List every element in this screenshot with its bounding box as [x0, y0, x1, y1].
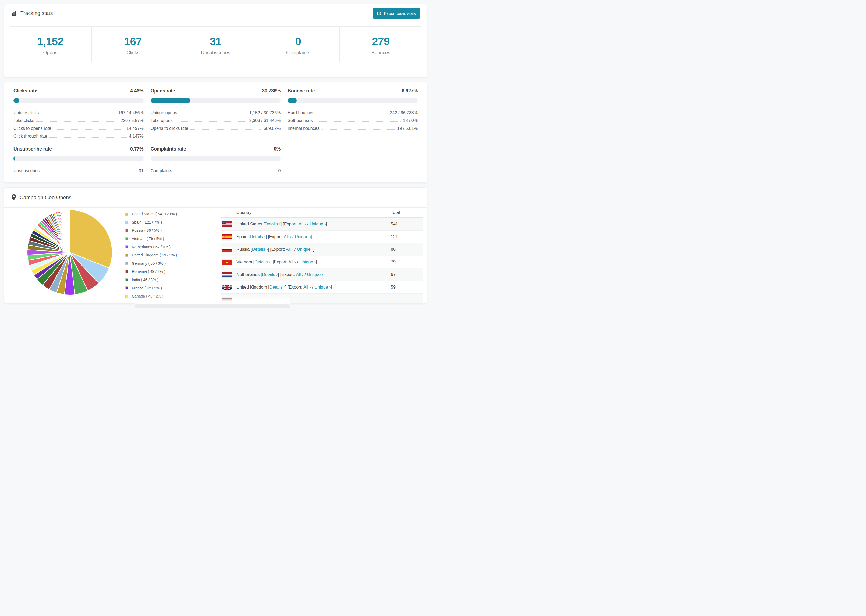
- legend-item: Canada ( 40 / 2% ): [125, 292, 177, 300]
- export-all-link[interactable]: All ›: [299, 222, 306, 226]
- rate-row: Hard bounces242 / 86.738%: [288, 107, 418, 115]
- dotted-leader: [54, 129, 124, 130]
- legend-item: Italy ( 36 / 2% ): [125, 300, 177, 303]
- pie-svg: [26, 209, 113, 295]
- legend-item: United Kingdom ( 59 / 3% ): [125, 251, 177, 259]
- geo-legend: United States ( 541 / 31% )Spain ( 121 /…: [125, 210, 177, 303]
- rate-title: Unsubscribe rate: [13, 146, 52, 152]
- rate-title: Bounce rate: [288, 88, 315, 94]
- export-all-link[interactable]: All ›: [286, 247, 293, 251]
- dotted-leader: [42, 172, 137, 172]
- rate-block-clicks-rate: Clicks rate4.46%Unique clicks167 / 4.456…: [13, 88, 143, 139]
- stat-opens: 1,152Opens: [9, 27, 92, 62]
- rate-title: Clicks rate: [13, 88, 38, 94]
- legend-swatch: [125, 229, 128, 232]
- bottom-scrollbar[interactable]: [135, 304, 290, 308]
- tracking-stats-header: Tracking stats Export basic stats: [4, 4, 427, 22]
- legend-label: United Kingdom ( 59 / 3% ): [132, 253, 177, 257]
- page-title: Tracking stats: [20, 10, 53, 16]
- rate-row: Internal bounces19 / 6.81%: [288, 123, 418, 131]
- export-all-link[interactable]: All ›: [303, 285, 311, 289]
- rate-progress-fill: [288, 98, 297, 103]
- rate-progress-track: [288, 98, 418, 103]
- export-all-link[interactable]: All ›: [296, 272, 303, 277]
- export-unique-link[interactable]: Unique ›: [310, 222, 326, 226]
- legend-label: Canada ( 40 / 2% ): [132, 294, 164, 298]
- flag-ru-icon: [222, 247, 231, 252]
- legend-label: Romania ( 49 / 3% ): [132, 269, 165, 273]
- dotted-leader: [315, 121, 401, 122]
- geo-table-row-vietnam: Vietnam [Details ›] [Export: All › / Uni…: [221, 256, 423, 268]
- export-word: Export:: [274, 259, 288, 264]
- details-link[interactable]: Details ›: [254, 259, 270, 264]
- export-word: Export:: [271, 247, 285, 251]
- rate-value: 4.46%: [130, 88, 143, 94]
- country-cell: United Kingdom [Details ›] [Export: All …: [236, 285, 332, 290]
- country-name: Spain: [236, 234, 247, 239]
- rate-value: 30.736%: [262, 88, 280, 94]
- export-unique-link[interactable]: Unique ›: [297, 247, 313, 251]
- country-name: Vietnam: [236, 259, 252, 264]
- geo-table-row-united-kingdom: United Kingdom [Details ›] [Export: All …: [221, 281, 423, 294]
- bar-chart-icon: [11, 11, 17, 16]
- rate-row: Clicks to opens rate14.497%: [13, 123, 143, 131]
- export-basic-stats-button[interactable]: Export basic stats: [373, 8, 420, 19]
- flag-es-icon: [222, 234, 231, 239]
- geo-table-row-united-states: United States [Details ›] [Export: All ›…: [221, 218, 423, 230]
- country-name: United Kingdom: [236, 285, 267, 289]
- details-link[interactable]: Details ›: [252, 247, 268, 251]
- rate-row: Unsubscribes31: [13, 165, 143, 173]
- flag-vn-icon: [222, 259, 231, 265]
- export-all-link[interactable]: All ›: [284, 234, 291, 239]
- rate-value: 0%: [274, 146, 280, 152]
- rate-block-opens-rate: Opens rate30.736%Unique opens1,152 / 30.…: [151, 88, 281, 139]
- rate-title: Opens rate: [151, 88, 175, 94]
- total-cell: 86: [391, 247, 395, 252]
- geo-body: United States ( 541 / 31% )Spain ( 121 /…: [4, 208, 427, 303]
- total-cell: 67: [391, 272, 395, 277]
- details-link[interactable]: Details ›: [250, 234, 266, 239]
- country-name: United States: [236, 222, 262, 226]
- legend-swatch: [125, 212, 128, 215]
- stat-label: Bounces: [340, 50, 422, 56]
- export-unique-link[interactable]: Unique ›: [314, 285, 331, 289]
- rate-progress-fill: [13, 156, 14, 161]
- column-header-total: Total: [391, 210, 400, 215]
- details-link[interactable]: Details ›: [265, 222, 280, 226]
- country-cell: Russia [Details ›] [Export: All › / Uniq…: [236, 247, 314, 252]
- export-word: Export:: [281, 272, 295, 277]
- geo-pie-chart: [26, 209, 113, 295]
- rate-value: 0.77%: [130, 146, 143, 152]
- export-unique-link[interactable]: Unique ›: [295, 234, 311, 239]
- legend-item: India ( 46 / 3% ): [125, 276, 177, 284]
- stat-unsubscribes: 31Unsubscribes: [174, 27, 257, 62]
- dotted-leader: [36, 121, 118, 122]
- rate-block-bounce-rate: Bounce rate6.927%Hard bounces242 / 86.73…: [288, 88, 418, 139]
- stats-row: 1,152Opens167Clicks31Unsubscribes0Compla…: [9, 26, 422, 62]
- flag-nl-icon: [222, 272, 231, 277]
- stat-label: Complaints: [257, 50, 339, 56]
- legend-swatch: [125, 221, 128, 224]
- legend-item: Russia ( 86 / 5% ): [125, 226, 177, 235]
- legend-item: Vietnam ( 79 / 5% ): [125, 235, 177, 243]
- legend-item: Netherlands ( 67 / 4% ): [125, 243, 177, 251]
- details-link[interactable]: Details ›: [262, 272, 278, 277]
- dotted-leader: [316, 114, 388, 114]
- country-cell: United States [Details ›] [Export: All ›…: [236, 222, 327, 226]
- export-unique-link[interactable]: Unique ›: [307, 272, 323, 277]
- export-all-link[interactable]: All ›: [288, 259, 296, 264]
- country-cell: Netherlands [Details ›] [Export: All › /…: [236, 272, 324, 277]
- export-unique-link[interactable]: Unique ›: [299, 259, 315, 264]
- legend-item: United States ( 541 / 31% ): [125, 210, 177, 218]
- details-link[interactable]: Details ›: [269, 285, 285, 289]
- rate-row: Total opens2,303 / 61.446%: [151, 115, 281, 123]
- dotted-leader: [174, 172, 276, 172]
- rate-progress-fill: [151, 98, 191, 103]
- country-cell: Spain [Details ›] [Export: All › / Uniqu…: [236, 234, 312, 239]
- rate-row: Total clicks220 / 5.87%: [13, 115, 143, 123]
- rate-progress-track: [151, 156, 281, 161]
- rate-progress-track: [13, 156, 143, 161]
- page: { "accent": "#1789a3", "tracking": { "ti…: [0, 0, 433, 308]
- stat-value: 1,152: [9, 36, 91, 47]
- campaign-geo-opens-card: Campaign Geo Opens United States ( 541 /…: [4, 187, 427, 303]
